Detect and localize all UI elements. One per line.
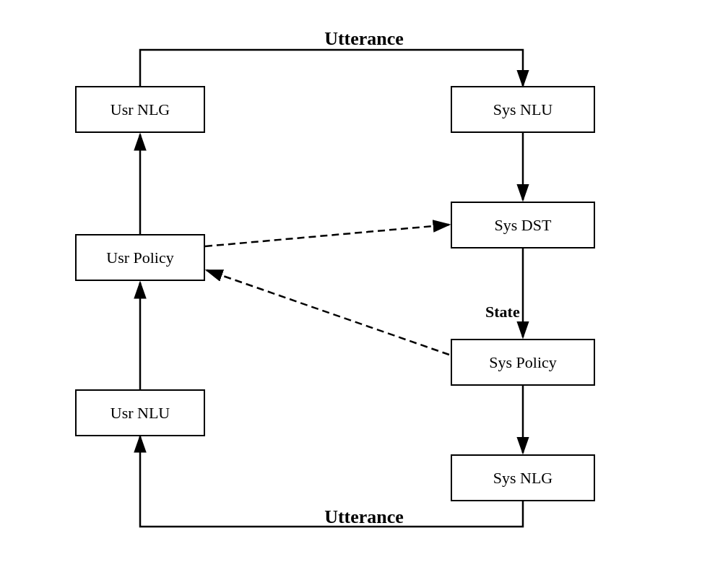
svg-line-7 [205, 225, 449, 246]
diagram-arrows [39, 21, 689, 541]
svg-line-8 [207, 270, 449, 355]
diagram: Utterance Utterance State Usr NLG Usr Po… [39, 21, 689, 541]
